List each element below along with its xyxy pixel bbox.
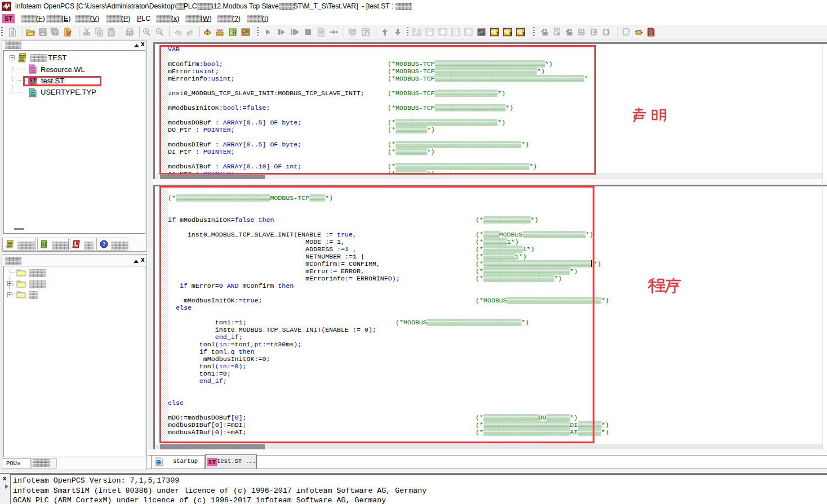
svg-text:8: 8 [510,32,512,35]
svg-text:7: 7 [497,32,499,35]
svg-text:?: ? [103,241,105,247]
svg-text:9: 9 [523,32,525,35]
